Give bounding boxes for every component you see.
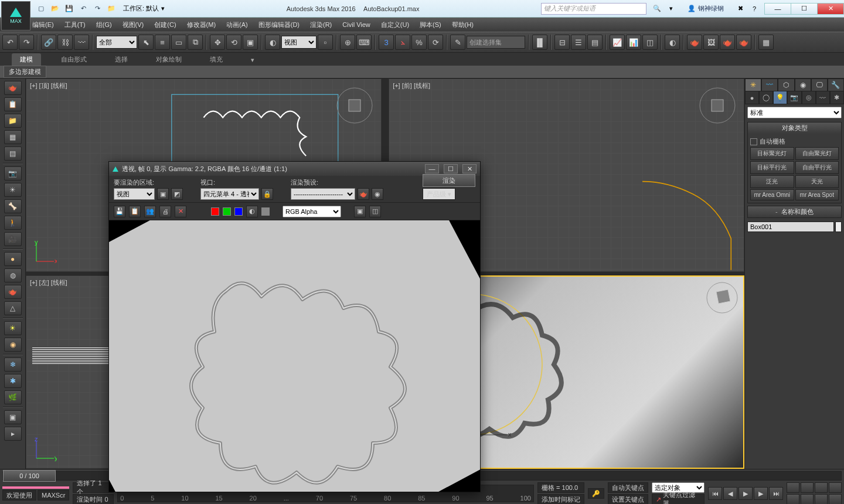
target-spot-button[interactable]: 目标聚光灯 [750,147,794,160]
rfw-copy-icon[interactable]: 📋 [129,206,141,217]
sun-icon[interactable]: ☀ [4,321,22,335]
list-icon[interactable]: ▤ [4,147,22,161]
redo-icon[interactable]: ↷ [91,3,103,15]
modify-tab[interactable]: 〰 [761,79,778,91]
render-setup-button[interactable]: 🫖 [687,35,702,50]
zoom-extents-button[interactable] [815,482,828,493]
geometry-icon[interactable]: ● [745,91,759,104]
light-icon[interactable]: ☀ [4,183,22,197]
rfw-alpha-channel[interactable]: ◐ [246,206,258,217]
edit-named-sel-button[interactable]: ✎ [450,35,465,50]
object-name-input[interactable] [747,222,834,232]
save-icon[interactable]: 💾 [63,3,75,15]
schematic-view-button[interactable]: ◫ [642,35,658,50]
menu-maxscript[interactable]: 脚本(S) [420,21,441,29]
menu-graph-editors[interactable]: 图形编辑器(D) [258,21,300,29]
scale-button[interactable]: ▣ [243,35,258,50]
spinner-snap-button[interactable]: ⟳ [428,35,443,50]
bone-icon[interactable]: 🦴 [4,199,22,213]
menu-modifiers[interactable]: 修改器(M) [187,21,216,29]
lights-icon[interactable]: 💡 [773,91,787,104]
comm-center-icon[interactable]: ▾ [665,3,677,15]
preset-icon[interactable]: 📋 [4,97,22,111]
ref-coord-system[interactable]: 视图 [281,36,316,49]
scene-explorer-icon[interactable]: ▣ [4,410,22,424]
teapot2-icon[interactable]: 🫖 [4,285,22,299]
menu-rendering[interactable]: 渲染(R) [310,21,332,29]
viewcube-icon[interactable] [334,85,375,126]
redo-button[interactable]: ↷ [19,35,34,50]
prev-frame-button[interactable]: ◀ [723,487,737,500]
ribbon-expand-icon[interactable]: ▾ [243,55,263,66]
material-editor-button[interactable]: ◐ [665,35,680,50]
free-direct-button[interactable]: 自由平行光 [795,161,839,174]
add-time-tag[interactable]: 添加时间标记 [537,494,584,504]
goto-start-button[interactable]: ⏮ [708,487,722,500]
rfw-overlay-icon[interactable]: ▣ [354,206,366,217]
render-production-button[interactable]: 🫖 [720,35,735,50]
set-key-button[interactable]: 设置关键点 [608,494,648,504]
fov-button[interactable] [787,494,799,504]
undo-button[interactable]: ↶ [2,35,18,50]
dope-sheet-button[interactable]: 📊 [626,35,641,50]
viewcube-icon[interactable] [705,280,740,315]
hierarchy-tab[interactable]: ⬡ [778,79,794,91]
grid-icon[interactable]: ▦ [4,130,22,144]
rfw-red-channel[interactable] [211,207,219,216]
menu-views[interactable]: 视图(V) [122,21,144,29]
menu-group[interactable]: 组(G) [96,21,112,29]
user-account[interactable]: 👤 钢神绿钢 [688,4,724,13]
maximize-viewport-button[interactable] [829,494,842,504]
sphere2-icon[interactable]: ◍ [4,268,22,282]
rfw-production-dropdown[interactable]: 产品级 ▾ [423,188,455,200]
app-menu-button[interactable]: MAX [1,1,30,30]
rfw-render-button[interactable]: 渲染 [423,174,475,187]
tab-populate[interactable]: 填充 [202,53,231,66]
biped-icon[interactable]: 🚶 [4,216,22,230]
omni-icon[interactable]: ◉ [4,338,22,352]
target-direct-button[interactable]: 目标平行光 [750,161,794,174]
helpers-icon[interactable]: ◎ [802,91,816,104]
select-object-button[interactable]: ⬉ [138,35,154,50]
spacewarps-icon[interactable]: 〰 [816,91,830,104]
menu-help[interactable]: 帮助(H) [452,21,474,29]
rfw-split-icon[interactable]: ◫ [369,206,381,217]
open-icon[interactable]: 📂 [49,3,61,15]
help-icon[interactable]: ? [748,3,760,15]
skylight-button[interactable]: 天光 [795,175,839,188]
omni-button[interactable]: 泛光 [750,175,794,188]
rfw-maximize-button[interactable]: ☐ [444,164,458,173]
rfw-mono-channel[interactable] [261,207,270,216]
rfw-save-icon[interactable]: 💾 [114,206,125,217]
selection-filter[interactable]: 全部 [96,36,137,49]
expand-icon[interactable]: ▸ [4,427,22,441]
cone-icon[interactable]: △ [4,301,22,315]
rfw-environment-icon[interactable]: ◉ [372,188,383,200]
rotate-button[interactable]: ⟲ [226,35,241,50]
layers-button[interactable]: ☰ [571,35,586,50]
rfw-lock-icon[interactable]: 🔒 [261,188,273,200]
rfw-channel-select[interactable]: RGB Alpha [283,206,341,217]
move-button[interactable]: ✥ [210,35,225,50]
sphere-icon[interactable]: ● [4,252,22,266]
rfw-print-icon[interactable]: 🖨 [159,206,171,217]
rollout-object-type[interactable]: 对象类型 [748,122,841,134]
tab-selection[interactable]: 选择 [107,53,136,66]
toggle-ribbon-button[interactable]: ▤ [587,35,603,50]
maxscript-listener[interactable]: MAXScr [38,490,69,500]
favorites-icon[interactable]: ✖ [734,3,746,15]
menu-civilview[interactable]: Civil View [342,21,370,28]
auto-key-button[interactable]: 自动关键点 [608,482,648,493]
select-manipulate-button[interactable]: ⊕ [340,35,355,50]
align-button[interactable]: ⊟ [554,35,570,50]
goto-end-button[interactable]: ⏭ [769,487,783,500]
systems-icon[interactable]: ✱ [830,91,844,104]
orbit-button[interactable] [815,494,828,504]
viewcube-icon[interactable] [697,85,738,126]
bind-spacewarp-button[interactable]: 〰 [74,35,89,50]
polygon-modeling-panel[interactable]: 多边形建模 [4,66,46,78]
tab-freeform[interactable]: 自由形式 [53,53,95,66]
teapot-icon[interactable]: 🫖 [4,81,22,95]
rfw-clear-icon[interactable]: ✕ [175,206,186,217]
asset-browser-button[interactable]: ▦ [758,35,774,50]
